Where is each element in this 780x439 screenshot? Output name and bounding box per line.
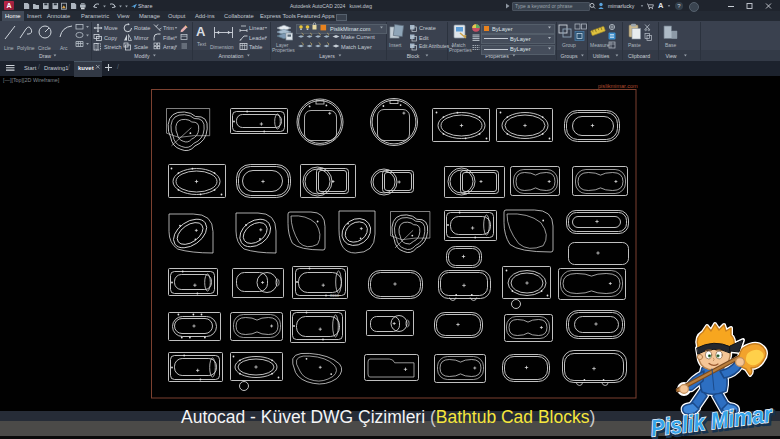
svg-text:8668: 8668 bbox=[330, 293, 340, 298]
svg-text:Pislik Mimar: Pislik Mimar bbox=[649, 401, 775, 439]
svg-text:pislikmimar.com: pislikmimar.com bbox=[598, 83, 638, 89]
